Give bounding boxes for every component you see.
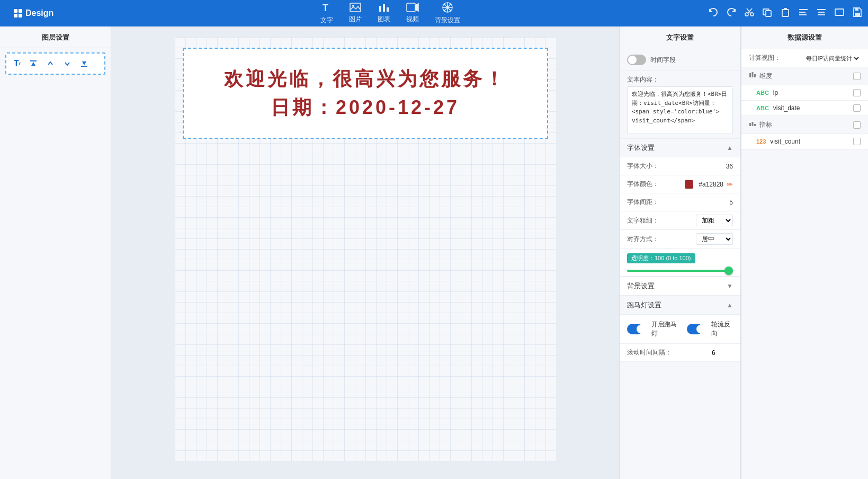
- opacity-slider-track[interactable]: [627, 270, 733, 272]
- dimensions-label: 维度: [759, 72, 850, 81]
- font-spacing-label: 字体间距：: [627, 198, 701, 207]
- svg-marker-26: [82, 61, 86, 65]
- svg-rect-5: [387, 7, 389, 12]
- svg-rect-20: [835, 9, 844, 15]
- tool-text[interactable]: T 文字: [320, 2, 333, 25]
- text-content-textarea[interactable]: 欢迎光临，很高兴为您服务！<BR>日期：visit_date<BR>访问量：<s…: [627, 86, 733, 134]
- image-tool-icon: [350, 3, 361, 14]
- visit-count-checkbox[interactable]: [853, 138, 861, 145]
- align-center-button[interactable]: [816, 7, 827, 20]
- layer-text-button[interactable]: Tr: [12, 58, 23, 69]
- calc-label: 计算视图：: [749, 54, 801, 63]
- font-settings-arrow: ▲: [727, 144, 733, 152]
- opacity-slider-thumb[interactable]: [724, 267, 733, 275]
- marquee-start-toggle[interactable]: [627, 324, 643, 334]
- toolbar: Design T 文字 图片 图表 视频: [0, 0, 868, 26]
- svg-rect-6: [407, 3, 415, 12]
- metrics-header: 指标: [741, 116, 868, 134]
- font-weight-label: 文字粗细：: [627, 216, 696, 225]
- font-weight-select[interactable]: 加粗 正常 细体: [696, 215, 733, 226]
- main-layout: 图层设置 Tr 欢迎光临，很高兴为您服务！ 日期：2020-12-27: [0, 26, 868, 479]
- font-color-dot: [685, 180, 693, 189]
- svg-rect-25: [81, 66, 87, 67]
- svg-rect-3: [379, 6, 381, 12]
- calc-dropdown[interactable]: 每日IP访问量统计: [803, 55, 861, 62]
- ip-row: ABC ip: [741, 85, 868, 101]
- video-tool-icon: [406, 3, 419, 14]
- opacity-badge: 透明度：100 (0 to 100): [627, 253, 695, 263]
- metrics-icon: [749, 120, 756, 129]
- toolbar-actions: [708, 7, 863, 20]
- paste-button[interactable]: [780, 7, 791, 20]
- svg-rect-21: [855, 8, 858, 11]
- text-settings-panel: 文字设置 时间字段 文本内容： 欢迎光临，很高兴为您服务！<BR>日期：visi…: [619, 26, 741, 479]
- text-element[interactable]: 欢迎光临，很高兴为您服务！ 日期：2020-12-27: [183, 48, 548, 139]
- marquee-settings-arrow: ▲: [727, 301, 733, 309]
- dimensions-checkbox[interactable]: [853, 73, 861, 80]
- metrics-label: 指标: [759, 120, 850, 129]
- redo-button[interactable]: [726, 7, 737, 20]
- metrics-checkbox[interactable]: [853, 121, 861, 129]
- resize-button[interactable]: [834, 7, 845, 20]
- bg-settings-header[interactable]: 背景设置 ▼: [620, 277, 740, 296]
- marquee-reverse-toggle[interactable]: [687, 324, 703, 334]
- layer-move-top-button[interactable]: [27, 58, 40, 69]
- scroll-interval-input[interactable]: 6: [712, 349, 733, 357]
- chart-tool-icon: [378, 3, 390, 14]
- svg-rect-12: [766, 11, 771, 16]
- dimensions-header: 维度: [741, 67, 868, 85]
- align-left-button[interactable]: [798, 7, 809, 20]
- logo[interactable]: Design: [5, 8, 62, 18]
- layer-move-up-button[interactable]: [44, 58, 57, 69]
- save-button[interactable]: [852, 7, 863, 20]
- tool-background[interactable]: 背景设置: [435, 2, 460, 25]
- font-settings-header[interactable]: 字体设置 ▲: [620, 138, 740, 157]
- tool-image[interactable]: 图片: [349, 3, 362, 24]
- visit-count-label: visit_count: [770, 138, 849, 145]
- svg-rect-31: [752, 122, 754, 126]
- marquee-reverse-label: 轮流反向: [711, 320, 733, 338]
- tool-chart[interactable]: 图表: [378, 3, 390, 24]
- ip-type-icon: ABC: [756, 90, 769, 96]
- marquee-settings-label: 跑马灯设置: [627, 300, 661, 310]
- content-label: 文本内容：: [620, 71, 740, 86]
- svg-rect-15: [799, 12, 806, 13]
- align-row: 对齐方式： 居中 左对齐 右对齐: [620, 230, 740, 249]
- data-source-panel: 数据源设置 计算视图： 每日IP访问量统计 维度 ABC ip ABC visi…: [741, 26, 868, 479]
- font-size-input[interactable]: 36: [701, 163, 733, 170]
- tool-video[interactable]: 视频: [406, 3, 419, 24]
- cut-button[interactable]: [744, 7, 755, 20]
- font-color-edit-icon[interactable]: ✏: [727, 180, 733, 189]
- svg-rect-13: [782, 10, 789, 16]
- time-field-toggle[interactable]: [627, 55, 646, 65]
- align-select[interactable]: 居中 左对齐 右对齐: [696, 233, 733, 245]
- visit-date-type-icon: ABC: [756, 105, 769, 111]
- visit-count-type-icon: 123: [756, 138, 766, 145]
- ip-checkbox[interactable]: [853, 89, 861, 96]
- text-settings-title: 文字设置: [620, 26, 740, 49]
- svg-rect-18: [818, 12, 825, 13]
- font-weight-row: 文字粗细： 加粗 正常 细体: [620, 211, 740, 230]
- scroll-interval-label: 滚动时间间隔：: [627, 348, 712, 357]
- video-tool-label: 视频: [406, 15, 419, 24]
- layer-move-down-button[interactable]: [61, 58, 74, 69]
- font-size-row: 字体大小： 36: [620, 157, 740, 175]
- svg-rect-28: [752, 72, 754, 77]
- scroll-interval-row: 滚动时间间隔： 6: [620, 344, 740, 362]
- text-element-line2: 日期：2020-12-27: [194, 93, 536, 122]
- align-label: 对齐方式：: [627, 235, 696, 244]
- layer-move-bottom-button[interactable]: [78, 58, 91, 69]
- left-panel-title: 图层设置: [0, 26, 111, 48]
- font-spacing-input[interactable]: 5: [701, 199, 733, 206]
- copy-button[interactable]: [762, 7, 773, 20]
- visit-count-row: 123 visit_count: [741, 134, 868, 149]
- marquee-settings-header[interactable]: 跑马灯设置 ▲: [620, 296, 740, 315]
- undo-button[interactable]: [708, 7, 719, 20]
- svg-rect-23: [30, 60, 37, 61]
- text-tool-icon: T: [321, 2, 333, 15]
- font-color-value: #a12828: [699, 181, 723, 188]
- visit-date-checkbox[interactable]: [853, 104, 861, 112]
- marquee-toggle-row: 开启跑马灯 轮流反向: [620, 315, 740, 344]
- svg-point-9: [750, 13, 754, 16]
- bg-settings-label: 背景设置: [627, 281, 655, 291]
